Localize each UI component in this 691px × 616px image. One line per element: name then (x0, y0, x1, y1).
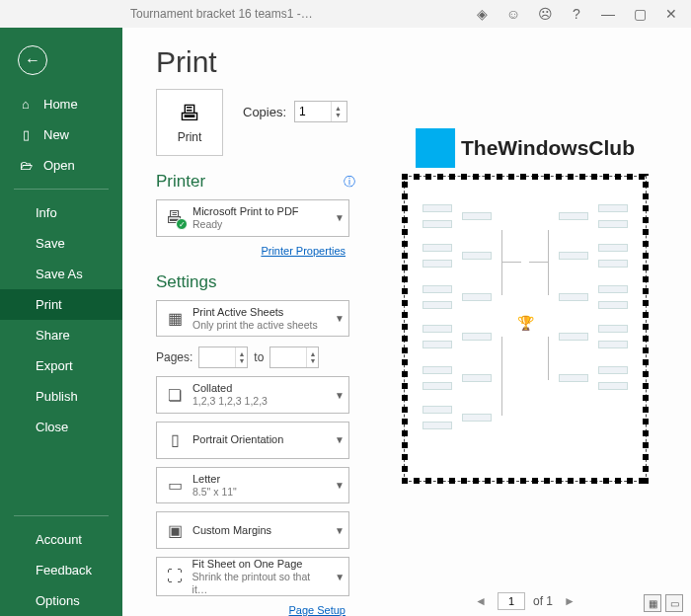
sidebar-item-account[interactable]: Account (0, 524, 122, 555)
sidebar-item-home[interactable]: ⌂Home (0, 89, 122, 119)
sidebar-item-publish[interactable]: Publish (0, 381, 122, 412)
pages-label: Pages: (156, 350, 192, 364)
page-title: Print (122, 28, 691, 89)
paper-icon: ▭ (157, 476, 192, 495)
sidebar-item-options[interactable]: Options (0, 585, 122, 616)
portrait-icon: ▯ (157, 430, 192, 449)
sidebar-item-saveas[interactable]: Save As (0, 259, 122, 289)
sidebar-item-export[interactable]: Export (0, 350, 122, 381)
fit-icon: ⛶ (157, 568, 192, 585)
home-icon: ⌂ (18, 97, 34, 112)
sad-icon[interactable]: ☹ (529, 0, 561, 28)
chevron-down-icon[interactable]: ▼ (335, 112, 342, 118)
printer-properties-link[interactable]: Printer Properties (156, 245, 349, 257)
sidebar-item-share[interactable]: Share (0, 320, 122, 350)
printer-dropdown[interactable]: 🖶✓ Microsoft Print to PDFReady ▼ (156, 199, 349, 237)
sidebar-item-open[interactable]: 🗁Open (0, 150, 122, 181)
margins-icon: ▣ (157, 521, 192, 540)
chevron-down-icon: ▼ (331, 313, 348, 324)
new-icon: ▯ (18, 127, 34, 142)
smile-icon[interactable]: ☺ (498, 0, 529, 28)
sheets-icon: ▦ (157, 309, 192, 328)
sidebar-item-info[interactable]: Info (0, 197, 122, 228)
backstage-sidebar: ← ⌂Home ▯New 🗁Open Info Save Save As Pri… (0, 28, 122, 616)
chevron-down-icon: ▼ (331, 434, 348, 445)
sidebar-divider (14, 515, 109, 516)
help-icon[interactable]: ? (561, 0, 592, 28)
chevron-down-icon: ▼ (331, 525, 348, 536)
chevron-down-icon: ▼ (331, 212, 348, 223)
info-icon[interactable]: ⓘ (344, 174, 355, 191)
pages-from-stepper[interactable]: ▲▼ (198, 346, 248, 368)
print-button[interactable]: 🖶 Print (156, 89, 223, 156)
prev-page-button[interactable]: ◄ (472, 592, 490, 610)
sidebar-item-close[interactable]: Close (0, 412, 122, 442)
watermark-logo (416, 128, 455, 168)
chevron-up-icon[interactable]: ▲ (335, 105, 342, 112)
open-icon: 🗁 (18, 158, 34, 173)
titlebar: Tournament bracket 16 teams1 -… ◈ ☺ ☹ ? … (0, 0, 691, 28)
printer-icon: 🖶 (179, 101, 200, 126)
sidebar-item-save[interactable]: Save (0, 228, 122, 259)
paper-size-dropdown[interactable]: ▭ Letter8.5" x 11" ▼ (156, 467, 349, 504)
sidebar-item-new[interactable]: ▯New (0, 119, 122, 150)
watermark: TheWindowsClub (416, 128, 635, 168)
settings-column: 🖶 Print Copies: ▲▼ Printerⓘ (122, 89, 359, 616)
print-preview-page: 🏆 (404, 176, 647, 482)
print-what-dropdown[interactable]: ▦ Print Active SheetsOnly print the acti… (156, 300, 349, 338)
pages-to-input[interactable] (270, 347, 306, 367)
window-title: Tournament bracket 16 teams1 -… (4, 7, 313, 21)
chevron-down-icon: ▼ (331, 480, 348, 491)
settings-heading: Settings (156, 272, 216, 292)
preview-pager: ◄ of 1 ► (359, 592, 691, 610)
chevron-down-icon: ▼ (331, 572, 348, 582)
copies-stepper[interactable]: ▲▼ (294, 101, 347, 122)
show-margins-button[interactable]: ▦ (644, 594, 661, 612)
preview-column: TheWindowsClub 🏆 (359, 89, 691, 616)
pages-to-stepper[interactable]: ▲▼ (269, 346, 319, 368)
margins-dropdown[interactable]: ▣ Custom Margins ▼ (156, 511, 349, 549)
page-number-input[interactable] (498, 592, 525, 610)
main-panel: Print 🖶 Print Copies: ▲▼ (122, 28, 691, 616)
next-page-button[interactable]: ► (561, 592, 578, 610)
sidebar-item-feedback[interactable]: Feedback (0, 555, 122, 585)
chevron-down-icon: ▼ (331, 390, 348, 401)
sidebar-item-print[interactable]: Print (0, 289, 122, 320)
scaling-dropdown[interactable]: ⛶ Fit Sheet on One PageShrink the printo… (156, 557, 349, 596)
pages-from-input[interactable] (199, 347, 235, 367)
minimize-icon[interactable]: — (592, 0, 624, 28)
pages-to-label: to (254, 350, 264, 364)
orientation-dropdown[interactable]: ▯ Portrait Orientation ▼ (156, 422, 349, 459)
copies-input[interactable] (295, 102, 331, 121)
diamond-icon[interactable]: ◈ (466, 0, 498, 28)
page-of-label: of 1 (533, 594, 553, 608)
maximize-icon[interactable]: ▢ (624, 0, 655, 28)
bracket-preview: 🏆 (419, 191, 632, 467)
close-icon[interactable]: ✕ (655, 0, 687, 28)
collate-dropdown[interactable]: ❏ Collated1,2,3 1,2,3 1,2,3 ▼ (156, 376, 349, 414)
collate-icon: ❏ (157, 386, 192, 405)
trophy-icon: 🏆 (517, 315, 534, 331)
page-setup-link[interactable]: Page Setup (156, 604, 349, 616)
sidebar-divider (14, 189, 109, 190)
back-button[interactable]: ← (0, 41, 122, 89)
printer-icon: 🖶✓ (166, 207, 184, 228)
zoom-to-page-button[interactable]: ▭ (665, 594, 683, 612)
copies-label: Copies: (243, 105, 286, 119)
printer-heading: Printer (156, 172, 205, 192)
